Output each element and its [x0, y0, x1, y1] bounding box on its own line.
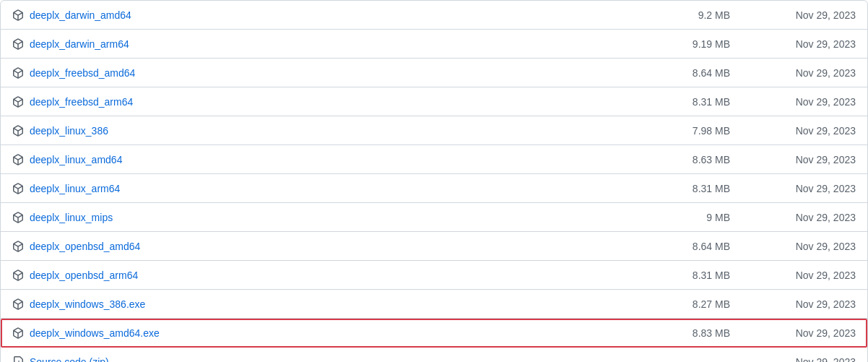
- file-date: Nov 29, 2023: [747, 96, 856, 108]
- binary-icon: [12, 67, 24, 79]
- archive-icon: [12, 356, 24, 363]
- file-size: 8.31 MB: [661, 96, 747, 108]
- file-name-col: deeplx_linux_386: [12, 125, 661, 137]
- file-link[interactable]: deeplx_openbsd_arm64: [30, 270, 138, 281]
- table-row: deeplx_darwin_arm649.19 MBNov 29, 2023: [1, 30, 867, 59]
- file-date: Nov 29, 2023: [747, 125, 856, 137]
- file-name-col: deeplx_linux_arm64: [12, 183, 661, 194]
- file-size: 9.2 MB: [661, 9, 747, 21]
- file-link[interactable]: deeplx_darwin_arm64: [30, 38, 129, 50]
- table-row: deeplx_linux_mips9 MBNov 29, 2023: [1, 203, 867, 232]
- file-link[interactable]: deeplx_linux_386: [30, 125, 108, 137]
- file-name-col: deeplx_linux_mips: [12, 212, 661, 223]
- file-link[interactable]: deeplx_linux_amd64: [30, 154, 122, 165]
- file-date: Nov 29, 2023: [747, 298, 856, 310]
- file-link[interactable]: deeplx_openbsd_amd64: [30, 241, 140, 252]
- file-date: Nov 29, 2023: [747, 9, 856, 21]
- file-date: Nov 29, 2023: [747, 154, 856, 165]
- file-link[interactable]: deeplx_linux_arm64: [30, 183, 120, 194]
- binary-icon: [12, 212, 24, 223]
- file-date: Nov 29, 2023: [747, 67, 856, 79]
- table-row: deeplx_linux_3867.98 MBNov 29, 2023: [1, 116, 867, 145]
- file-name-col: deeplx_openbsd_amd64: [12, 241, 661, 252]
- table-row: deeplx_darwin_amd649.2 MBNov 29, 2023: [1, 1, 867, 30]
- file-date: Nov 29, 2023: [747, 38, 856, 50]
- file-size: 7.98 MB: [661, 125, 747, 137]
- table-row: deeplx_windows_amd64.exe8.83 MBNov 29, 2…: [1, 319, 867, 348]
- file-link[interactable]: deeplx_windows_386.exe: [30, 298, 145, 310]
- binary-icon: [12, 298, 24, 310]
- file-link[interactable]: deeplx_darwin_amd64: [30, 9, 131, 21]
- file-list: deeplx_darwin_amd649.2 MBNov 29, 2023 de…: [0, 0, 868, 362]
- file-name-col: deeplx_darwin_arm64: [12, 38, 661, 50]
- table-row: deeplx_freebsd_amd648.64 MBNov 29, 2023: [1, 59, 867, 87]
- table-row: deeplx_linux_amd648.63 MBNov 29, 2023: [1, 145, 867, 174]
- file-name-col: deeplx_freebsd_amd64: [12, 67, 661, 79]
- binary-icon: [12, 154, 24, 165]
- file-date: Nov 29, 2023: [747, 327, 856, 339]
- file-size: 8.31 MB: [661, 270, 747, 281]
- binary-icon: [12, 327, 24, 339]
- file-name-col: deeplx_darwin_amd64: [12, 9, 661, 21]
- table-row: deeplx_linux_arm648.31 MBNov 29, 2023: [1, 174, 867, 203]
- file-name-col: Source code (zip): [12, 356, 661, 363]
- table-row: deeplx_openbsd_amd648.64 MBNov 29, 2023: [1, 232, 867, 261]
- file-size: 8.27 MB: [661, 298, 747, 310]
- file-size: 9 MB: [661, 212, 747, 223]
- file-link[interactable]: deeplx_windows_amd64.exe: [30, 327, 160, 339]
- file-link[interactable]: deeplx_linux_mips: [30, 212, 113, 223]
- binary-icon: [12, 183, 24, 194]
- file-date: Nov 29, 2023: [747, 241, 856, 252]
- binary-icon: [12, 96, 24, 108]
- file-link[interactable]: deeplx_freebsd_amd64: [30, 67, 135, 79]
- binary-icon: [12, 125, 24, 137]
- file-name-col: deeplx_windows_386.exe: [12, 298, 661, 310]
- file-size: 8.83 MB: [661, 327, 747, 339]
- table-row: Source code (zip)Nov 29, 2023: [1, 348, 867, 362]
- file-size: 8.64 MB: [661, 241, 747, 252]
- table-row: deeplx_freebsd_arm648.31 MBNov 29, 2023: [1, 87, 867, 116]
- file-link[interactable]: deeplx_freebsd_arm64: [30, 96, 133, 108]
- file-date: Nov 29, 2023: [747, 270, 856, 281]
- file-size: 8.63 MB: [661, 154, 747, 165]
- file-name-col: deeplx_linux_amd64: [12, 154, 661, 165]
- binary-icon: [12, 241, 24, 252]
- file-link[interactable]: Source code (zip): [30, 356, 109, 363]
- table-row: deeplx_openbsd_arm648.31 MBNov 29, 2023: [1, 261, 867, 290]
- file-size: 8.31 MB: [661, 183, 747, 194]
- file-date: Nov 29, 2023: [747, 183, 856, 194]
- file-date: Nov 29, 2023: [747, 212, 856, 223]
- binary-icon: [12, 270, 24, 281]
- binary-icon: [12, 9, 24, 21]
- file-name-col: deeplx_openbsd_arm64: [12, 270, 661, 281]
- file-size: 9.19 MB: [661, 38, 747, 50]
- table-row: deeplx_windows_386.exe8.27 MBNov 29, 202…: [1, 290, 867, 319]
- binary-icon: [12, 38, 24, 50]
- file-size: 8.64 MB: [661, 67, 747, 79]
- file-name-col: deeplx_freebsd_arm64: [12, 96, 661, 108]
- file-name-col: deeplx_windows_amd64.exe: [12, 327, 661, 339]
- file-date: Nov 29, 2023: [747, 356, 856, 363]
